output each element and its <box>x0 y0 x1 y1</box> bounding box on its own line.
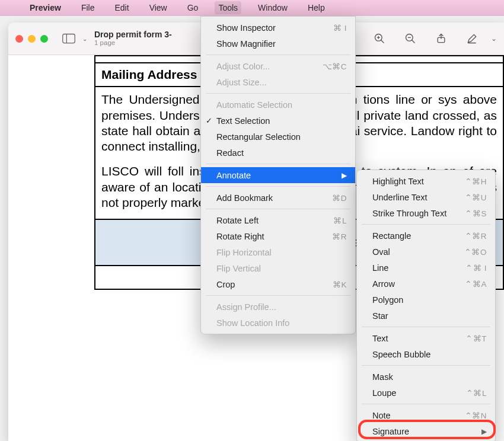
menu-item-star[interactable]: Star <box>357 308 495 324</box>
document-subtitle: 1 page <box>94 39 172 47</box>
menu-item-label: Text Selection <box>216 116 270 126</box>
menu-item-speech-bubble[interactable]: Speech Bubble <box>357 346 495 362</box>
menu-item-text-selection[interactable]: ✓Text Selection <box>201 113 355 129</box>
shortcut-label: ⌘K <box>315 280 347 289</box>
menu-item-label: Show Location Info <box>216 318 289 328</box>
menu-item-crop[interactable]: Crop⌘K <box>201 276 355 292</box>
shortcut-label: ⌃⌘O <box>446 247 487 257</box>
menu-tools[interactable]: Tools <box>215 1 241 14</box>
menu-item-text[interactable]: Text⌃⌘T <box>357 330 495 346</box>
menu-separator <box>206 164 350 164</box>
zoom-in-button[interactable] <box>368 27 391 50</box>
submenu-arrow-icon: ▶ <box>464 427 487 436</box>
menu-item-annotate[interactable]: Annotate▶ <box>201 167 355 183</box>
pencil-icon <box>466 33 478 44</box>
menu-item-label: Signature <box>372 427 409 436</box>
menu-item-flip-vertical: Flip Vertical <box>201 260 355 276</box>
menu-item-underline-text[interactable]: Underline Text⌃⌘U <box>357 189 495 205</box>
sidebar-icon <box>62 33 75 44</box>
sidebar-menu-chevron-icon[interactable]: ⌄ <box>82 36 87 42</box>
system-menubar: Preview File Edit View Go Tools Window H… <box>0 0 504 16</box>
menu-item-rectangular-selection[interactable]: Rectangular Selection <box>201 129 355 145</box>
share-button[interactable] <box>429 27 453 50</box>
markup-button[interactable] <box>460 27 484 50</box>
menu-item-loupe[interactable]: Loupe⌃⌘L <box>357 385 495 401</box>
shortcut-label: ⌃⌘R <box>447 231 487 241</box>
menu-item-label: Rectangular Selection <box>216 132 301 142</box>
menu-item-label: Add Bookmark <box>216 193 273 203</box>
svg-rect-0 <box>63 34 75 43</box>
menu-window[interactable]: Window <box>254 1 291 14</box>
zoom-out-icon <box>404 33 416 44</box>
menu-item-show-location-info: Show Location Info <box>201 315 355 331</box>
document-title: Drop permit form 3- <box>94 30 172 39</box>
minimize-button[interactable] <box>28 35 36 43</box>
menu-edit[interactable]: Edit <box>111 1 133 14</box>
zoom-out-button[interactable] <box>398 27 422 50</box>
app-menu[interactable]: Preview <box>26 1 65 14</box>
toolbar-overflow-chevron-icon[interactable]: ⌄ <box>491 34 497 43</box>
menu-item-label: Adjust Color... <box>216 62 270 71</box>
menu-item-rectangle[interactable]: Rectangle⌃⌘R <box>357 228 495 244</box>
menu-item-note[interactable]: Note⌃⌘N <box>357 407 495 423</box>
menu-item-rotate-left[interactable]: Rotate Left⌘L <box>201 212 355 228</box>
menu-item-arrow[interactable]: Arrow⌃⌘A <box>357 276 495 292</box>
menu-separator <box>206 295 350 296</box>
menu-item-flip-horizontal: Flip Horizontal <box>201 244 355 260</box>
shortcut-label: ⌘R <box>314 232 347 241</box>
menu-item-label: Redact <box>216 148 244 158</box>
menu-item-label: Polygon <box>372 295 403 305</box>
menu-item-label: Automatic Selection <box>216 100 292 110</box>
shortcut-label: ⌃⌘A <box>447 279 487 289</box>
menu-item-adjust-size: Adjust Size... <box>201 74 355 90</box>
menu-item-label: Speech Bubble <box>372 350 430 359</box>
menu-item-label: Rotate Left <box>216 216 259 225</box>
menu-file[interactable]: File <box>78 1 98 14</box>
menu-separator <box>362 365 490 366</box>
svg-line-7 <box>412 40 415 43</box>
menu-item-mask[interactable]: Mask <box>357 369 495 385</box>
menu-item-highlight-text[interactable]: Highlight Text⌃⌘H <box>357 173 495 189</box>
menu-item-rotate-right[interactable]: Rotate Right⌘R <box>201 228 355 244</box>
close-button[interactable] <box>15 35 23 43</box>
shortcut-label: ⌃⌘L <box>448 388 487 398</box>
svg-line-3 <box>381 40 384 43</box>
menu-item-label: Strike Through Text <box>372 209 446 218</box>
menu-separator <box>362 327 490 327</box>
menu-item-polygon[interactable]: Polygon <box>357 292 495 308</box>
menu-item-label: Text <box>372 334 388 343</box>
shortcut-label: ⌥⌘C <box>305 62 347 71</box>
shortcut-label: ⌃⌘ I <box>448 263 487 273</box>
menu-separator <box>206 186 350 187</box>
menu-item-show-magnifier[interactable]: Show Magnifier <box>201 36 355 52</box>
sidebar-toggle-button[interactable] <box>59 30 79 47</box>
menu-item-signature[interactable]: Signature▶ <box>357 423 495 439</box>
menu-item-label: Highlight Text <box>372 177 424 186</box>
menu-help[interactable]: Help <box>304 1 328 14</box>
menu-item-label: Mask <box>372 372 393 382</box>
checkmark-icon: ✓ <box>206 116 212 125</box>
menu-separator <box>206 209 350 209</box>
menu-item-label: Show Magnifier <box>216 39 276 49</box>
menu-view[interactable]: View <box>146 1 171 14</box>
submenu-arrow-icon: ▶ <box>324 171 347 180</box>
menu-item-line[interactable]: Line⌃⌘ I <box>357 260 495 276</box>
menu-go[interactable]: Go <box>184 1 202 14</box>
shortcut-label: ⌃⌘U <box>447 193 487 202</box>
menu-item-redact[interactable]: Redact <box>201 145 355 161</box>
menu-item-add-bookmark[interactable]: Add Bookmark⌘D <box>201 190 355 206</box>
menu-item-label: Flip Horizontal <box>216 248 272 257</box>
menu-item-oval[interactable]: Oval⌃⌘O <box>357 244 495 260</box>
menu-item-show-inspector[interactable]: Show Inspector⌘ I <box>201 20 355 36</box>
menu-item-label: Loupe <box>372 388 396 398</box>
menu-item-strike-through-text[interactable]: Strike Through Text⌃⌘S <box>357 205 495 221</box>
shortcut-label: ⌘ I <box>315 23 347 33</box>
shortcut-label: ⌃⌘H <box>447 177 487 186</box>
document-title-block[interactable]: Drop permit form 3- 1 page <box>94 30 172 47</box>
shortcut-label: ⌃⌘S <box>447 209 487 218</box>
menu-separator <box>362 404 490 404</box>
shortcut-label: ⌃⌘N <box>447 411 487 420</box>
shortcut-label: ⌘D <box>314 193 347 203</box>
zoom-button[interactable] <box>40 35 48 43</box>
menu-item-label: Line <box>372 263 388 273</box>
